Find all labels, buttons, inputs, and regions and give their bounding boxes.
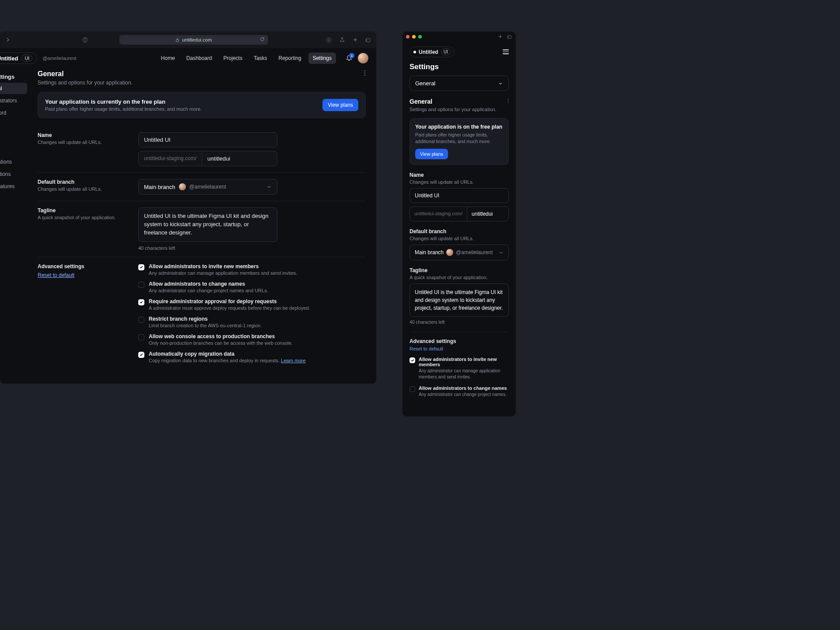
sidebar-item-billing[interactable]: Billing: [0, 144, 27, 155]
mobile-brand-logo[interactable]: Untitled UI: [410, 46, 455, 57]
plan-banner: Your application is currently on the fre…: [38, 92, 366, 118]
more-icon[interactable]: [508, 98, 509, 103]
branch-handle: @amelielaurent: [189, 184, 226, 190]
checkbox[interactable]: [138, 282, 144, 288]
sidebar-item-password[interactable]: Password: [0, 107, 27, 119]
traffic-close-icon[interactable]: [406, 35, 410, 38]
app-header: Untitled UI @amelielaurent Home Dashboar…: [0, 48, 376, 68]
checkbox[interactable]: [138, 299, 144, 305]
m-advanced-item: Allow administrators to change namesAny …: [410, 385, 509, 398]
refresh-icon[interactable]: [260, 37, 265, 42]
checkbox[interactable]: [138, 352, 144, 358]
settings-sidebar: Settings General Administrators Password…: [0, 68, 27, 384]
download-icon[interactable]: [326, 36, 332, 43]
tagline-hint: A quick snapshot of your application.: [38, 215, 121, 220]
nav-reporting[interactable]: Reporting: [274, 52, 306, 64]
traffic-max-icon[interactable]: [418, 35, 422, 38]
banner-title: Your application is currently on the fre…: [45, 98, 202, 105]
m-name-hint: Changes will update all URLs.: [410, 179, 509, 185]
more-icon[interactable]: [364, 70, 366, 76]
sidebar-item-beta[interactable]: Beta features: [0, 181, 27, 192]
branch-hint: Changes will update all URLs.: [38, 186, 121, 192]
checkbox[interactable]: [410, 357, 415, 363]
checkbox[interactable]: [138, 264, 144, 270]
divider: [410, 332, 509, 332]
mobile-banner-title: Your application is on the free plan: [415, 124, 503, 130]
svg-rect-2: [367, 38, 370, 42]
m-reset-link[interactable]: Reset to default: [410, 346, 509, 351]
mobile-section-select[interactable]: General: [410, 76, 509, 91]
mobile-window: Untitled UI Settings General General Set…: [402, 32, 516, 416]
avatar[interactable]: [358, 53, 368, 63]
logo-dot-icon: [413, 51, 416, 53]
svg-point-4: [364, 73, 366, 74]
name-label: Name: [38, 132, 121, 138]
tagline-textarea[interactable]: Untitled UI is the ultimate Figma UI kit…: [138, 207, 277, 242]
section-title: General: [38, 70, 133, 78]
url-slug-input[interactable]: untitledui: [202, 151, 277, 166]
sidebar-item-integrations[interactable]: Integrations: [0, 168, 27, 180]
m-tagline-textarea[interactable]: Untitled UI is the ultimate Figma UI kit…: [410, 284, 509, 317]
name-input[interactable]: Untitled UI: [138, 132, 277, 147]
nav-tasks[interactable]: Tasks: [249, 52, 272, 64]
main-nav: Home Dashboard Projects Tasks Reporting …: [157, 52, 336, 64]
svg-point-5: [364, 75, 366, 76]
plus-icon[interactable]: [352, 36, 359, 43]
traffic-min-icon[interactable]: [412, 35, 416, 38]
advanced-item: Automatically copy migration dataCopy mi…: [138, 351, 366, 363]
svg-rect-0: [176, 39, 178, 42]
sidebar-item-general[interactable]: General: [0, 83, 27, 94]
plus-icon[interactable]: [498, 34, 503, 39]
svg-rect-6: [508, 35, 511, 38]
nav-dashboard[interactable]: Dashboard: [182, 52, 217, 64]
sidebar-item-notifications[interactable]: Notifications: [0, 156, 27, 168]
m-advanced-item-title: Allow administrators to invite new membe…: [419, 357, 509, 367]
branch-value: Main branch: [144, 184, 175, 190]
reset-link[interactable]: Reset to default: [38, 272, 74, 278]
m-advanced-item-sub: Any administrator can manage application…: [419, 368, 509, 380]
advanced-item-title: Restrict branch regions: [149, 316, 262, 322]
mobile-view-plans-button[interactable]: View plans: [415, 149, 448, 159]
lock-icon: [175, 38, 179, 42]
tagline-counter: 40 characters left: [138, 245, 366, 251]
main-content: General Settings and options for your ap…: [27, 68, 376, 384]
banner-subtitle: Paid plans offer higher usage limits, ad…: [45, 106, 202, 112]
m-tagline-hint: A quick snapshot of your application.: [410, 275, 509, 280]
mobile-section-subtitle: Settings and options for your applicatio…: [410, 107, 509, 112]
tabs-icon[interactable]: [507, 34, 512, 39]
chevron-right-icon[interactable]: [4, 36, 11, 43]
learn-more-link[interactable]: Learn more: [281, 358, 305, 363]
m-tagline-label: Tagline: [410, 267, 509, 273]
brand-logo[interactable]: Untitled UI: [0, 52, 37, 64]
nav-home[interactable]: Home: [157, 52, 179, 64]
desktop-window: untitledui.com Untitled UI @amelielauren…: [0, 32, 376, 384]
m-url-prefix: untitledui-staging.com/: [410, 207, 467, 221]
sidebar-item-administrators[interactable]: Administrators: [0, 95, 27, 106]
sidebar-item-team[interactable]: Team: [0, 119, 27, 131]
nav-settings[interactable]: Settings: [308, 52, 336, 64]
advanced-item: Allow administrators to change namesAny …: [138, 281, 366, 293]
m-name-input[interactable]: Untitled UI: [410, 188, 509, 203]
view-plans-button[interactable]: View plans: [322, 99, 358, 111]
branch-select[interactable]: Main branch @amelielaurent: [138, 179, 277, 195]
m-branch-avatar: [446, 249, 453, 256]
menu-icon[interactable]: [503, 49, 509, 54]
notifications-button[interactable]: 1: [346, 55, 353, 62]
tagline-label: Tagline: [38, 207, 121, 214]
shield-icon[interactable]: [81, 36, 88, 43]
branch-avatar: [179, 183, 186, 190]
advanced-item: Allow administrators to invite new membe…: [138, 263, 366, 276]
tabs-icon[interactable]: [365, 36, 372, 43]
advanced-item-title: Require administrator approval for deplo…: [149, 298, 310, 304]
checkbox[interactable]: [410, 386, 415, 392]
mobile-chrome: [402, 32, 516, 42]
checkbox[interactable]: [138, 334, 144, 340]
advanced-item-title: Automatically copy migration data: [149, 351, 305, 357]
nav-projects[interactable]: Projects: [219, 52, 247, 64]
sidebar-item-plans[interactable]: Plans: [0, 132, 27, 143]
url-bar[interactable]: untitledui.com: [119, 35, 268, 45]
checkbox[interactable]: [138, 317, 144, 323]
share-icon[interactable]: [339, 36, 346, 43]
m-branch-select[interactable]: Main branch @amelielaurent: [410, 245, 509, 260]
m-url-slug-input[interactable]: untitledui: [467, 207, 497, 221]
